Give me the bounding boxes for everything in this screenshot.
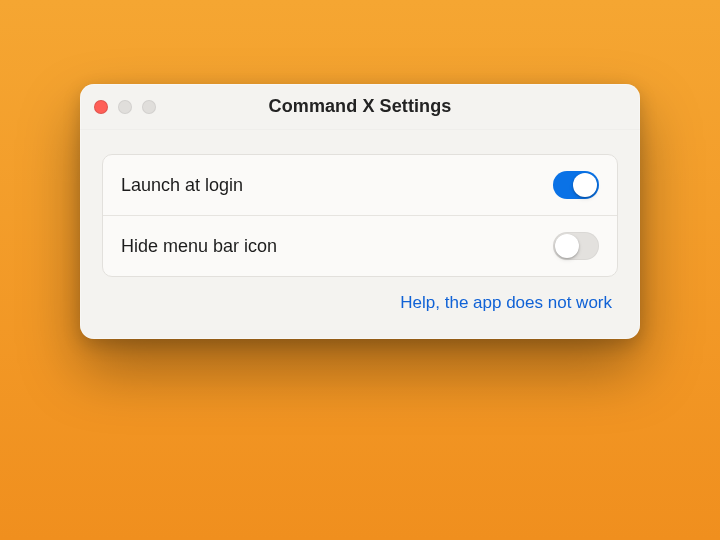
launch-at-login-toggle[interactable] xyxy=(553,171,599,199)
minimize-icon xyxy=(118,100,132,114)
hide-menubar-icon-toggle[interactable] xyxy=(553,232,599,260)
zoom-icon xyxy=(142,100,156,114)
hide-menubar-icon-label: Hide menu bar icon xyxy=(121,236,277,257)
settings-window: Command X Settings Launch at login Hide … xyxy=(80,84,640,339)
toggle-knob-icon xyxy=(573,173,597,197)
setting-row-hide-menubar-icon: Hide menu bar icon xyxy=(103,215,617,276)
help-link[interactable]: Help, the app does not work xyxy=(400,293,612,312)
launch-at-login-label: Launch at login xyxy=(121,175,243,196)
window-title: Command X Settings xyxy=(269,96,452,117)
toggle-knob-icon xyxy=(555,234,579,258)
titlebar: Command X Settings xyxy=(80,84,640,130)
setting-row-launch-at-login: Launch at login xyxy=(103,155,617,215)
settings-panel: Launch at login Hide menu bar icon xyxy=(102,154,618,277)
traffic-lights xyxy=(94,100,156,114)
help-row: Help, the app does not work xyxy=(102,277,618,317)
window-content: Launch at login Hide menu bar icon Help,… xyxy=(80,130,640,339)
close-icon[interactable] xyxy=(94,100,108,114)
